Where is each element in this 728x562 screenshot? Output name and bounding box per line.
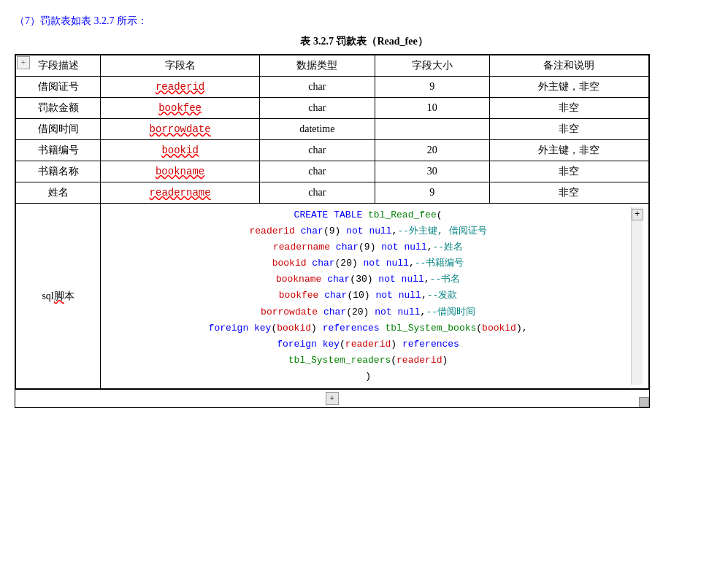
cell-field: borrowdate <box>101 119 260 140</box>
col-header-field: 字段名 <box>101 55 260 77</box>
cell-desc: 书籍编号 <box>16 140 101 161</box>
cell-desc: 罚款金额 <box>16 98 101 119</box>
data-table: 字段描述 字段名 数据类型 字段大小 备注和说明 借阅证号readeridcha… <box>15 55 649 389</box>
sql-line: bookid char(20) not null,--书籍编号 <box>107 255 629 272</box>
col-header-type: 数据类型 <box>260 55 375 77</box>
table-row: 借阅证号readeridchar9外主键，非空 <box>16 77 649 98</box>
main-table-wrapper: + 字段描述 字段名 数据类型 字段大小 备注和说明 借阅证号readeridc… <box>15 54 650 408</box>
sql-line: tbl_System_readers(readerid) <box>107 353 629 369</box>
table-row: 书籍名称booknamechar30非空 <box>16 161 649 182</box>
cell-size: 9 <box>375 77 489 98</box>
intro-text: （7）罚款表如表 3.2.7 所示： <box>15 15 713 28</box>
cell-desc: 书籍名称 <box>16 161 101 182</box>
cell-field: readername <box>101 182 260 204</box>
table-title: 表 3.2.7 罚款表（Read_fee） <box>15 35 713 48</box>
sql-label-text: sql脚本 <box>42 290 74 301</box>
table-header-row: 字段描述 字段名 数据类型 字段大小 备注和说明 <box>16 55 649 77</box>
cell-size: 20 <box>375 140 489 161</box>
scrollbar: + <box>631 207 643 385</box>
cell-field: bookid <box>101 140 260 161</box>
sql-line: foreign key(readerid) references <box>107 336 629 353</box>
sql-line: bookfee char(10) not null,--发款 <box>107 288 629 304</box>
cell-size: 10 <box>375 98 489 119</box>
sql-content-cell: CREATE TABLE tbl_Read_fee(readerid char(… <box>101 204 649 389</box>
cell-desc: 借阅时间 <box>16 119 101 140</box>
sql-line: ) <box>107 369 629 385</box>
cell-note: 外主键，非空 <box>489 77 648 98</box>
cell-type: char <box>260 98 375 119</box>
cell-type: char <box>260 140 375 161</box>
sql-line: readername char(9) not null,--姓名 <box>107 239 629 255</box>
cell-size <box>375 119 489 140</box>
resize-handle[interactable] <box>639 397 649 407</box>
bottom-bar: + <box>15 389 649 407</box>
sql-line: bookname char(30) not null,--书名 <box>107 272 629 288</box>
sql-content-wrapper: CREATE TABLE tbl_Read_fee(readerid char(… <box>107 207 643 385</box>
table-row: 罚款金额bookfeechar10非空 <box>16 98 649 119</box>
cell-size: 9 <box>375 182 489 204</box>
cell-note: 非空 <box>489 98 648 119</box>
cell-field: readerid <box>101 77 260 98</box>
col-header-note: 备注和说明 <box>489 55 648 77</box>
table-row: 姓名readernamechar9非空 <box>16 182 649 204</box>
cell-type: char <box>260 77 375 98</box>
sql-line: borrowdate char(20) not null,--借阅时间 <box>107 304 629 320</box>
cell-field: bookname <box>101 161 260 182</box>
cell-note: 非空 <box>489 182 648 204</box>
cell-desc: 借阅证号 <box>16 77 101 98</box>
sql-line: CREATE TABLE tbl_Read_fee( <box>107 207 629 223</box>
scrollbar-plus-button[interactable]: + <box>632 209 643 220</box>
sql-line: foreign key(bookid) references tbl_Syste… <box>107 320 629 336</box>
cell-type: char <box>260 182 375 204</box>
table-row: 借阅时间borrowdatedatetime非空 <box>16 119 649 140</box>
cell-note: 非空 <box>489 119 648 140</box>
sql-lines: CREATE TABLE tbl_Read_fee(readerid char(… <box>107 207 629 385</box>
sql-line: readerid char(9) not null,--外主键, 借阅证号 <box>107 223 629 239</box>
cell-note: 非空 <box>489 161 648 182</box>
cell-note: 外主键，非空 <box>489 140 648 161</box>
expand-button-tl[interactable]: + <box>17 56 30 69</box>
cell-type: char <box>260 161 375 182</box>
sql-label-cell: sql脚本 <box>16 204 101 389</box>
col-header-size: 字段大小 <box>375 55 489 77</box>
cell-size: 30 <box>375 161 489 182</box>
cell-desc: 姓名 <box>16 182 101 204</box>
bottom-plus-button[interactable]: + <box>326 392 339 405</box>
sql-row: sql脚本 CREATE TABLE tbl_Read_fee(readerid… <box>16 204 649 389</box>
cell-type: datetime <box>260 119 375 140</box>
table-row: 书籍编号bookidchar20外主键，非空 <box>16 140 649 161</box>
cell-field: bookfee <box>101 98 260 119</box>
